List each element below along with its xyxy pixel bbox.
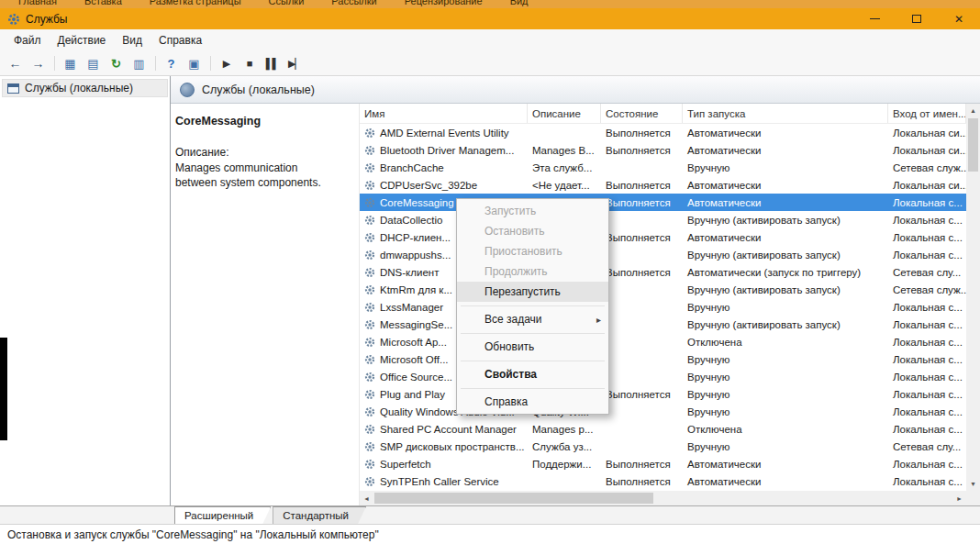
scroll-down-icon[interactable]: ▼ — [966, 477, 980, 491]
menubar-item[interactable]: Действие — [50, 31, 115, 50]
table-row[interactable]: Microsoft Off... Вручную Локальная с... — [360, 350, 966, 368]
column-header-startup-type[interactable]: Тип запуска — [683, 104, 888, 123]
context-menu-item-label: Свойства — [484, 368, 537, 381]
background-ribbon-tab[interactable]: Ссылки — [269, 0, 305, 7]
table-row[interactable]: Microsoft Ap... Отключена Локальная с... — [360, 333, 966, 350]
services-console-window: ГлавнаяВставкаРазметка страницыСсылкиРас… — [0, 0, 980, 544]
vertical-scrollbar[interactable]: ▲ ▼ — [966, 104, 980, 491]
scroll-left-icon[interactable]: ◄ — [360, 492, 373, 505]
service-startup-type-cell: Вручную (активировать запуск) — [683, 281, 888, 298]
context-menu-item-restart[interactable]: Перезапустить ▸ — [457, 282, 608, 302]
service-name-text: LxssManager — [380, 302, 443, 313]
service-logon-as-cell: Локальная с... — [888, 350, 966, 368]
menubar-item[interactable]: Вид — [114, 31, 150, 50]
background-ribbon-tab[interactable]: Вид — [510, 0, 529, 7]
table-row[interactable]: DHCP-клиен... Выполняется Автоматически … — [360, 228, 966, 246]
export-list-button[interactable]: ▥ — [128, 53, 150, 73]
restart-service-button[interactable]: ▶▏ — [284, 53, 306, 73]
table-row[interactable]: DataCollectio Вручную (активировать запу… — [360, 211, 966, 228]
context-menu-item-all-tasks[interactable]: Все задачи ▸ — [457, 309, 608, 329]
tree-item-services-local[interactable]: Службы (локальные) — [2, 79, 168, 97]
table-row[interactable]: MessagingSe... Вручную (активировать зап… — [360, 316, 966, 333]
context-menu-separator[interactable]: ▸ — [457, 384, 608, 392]
column-header-status[interactable]: Состояние — [601, 104, 683, 123]
context-menu-item-continue[interactable]: Продолжить ▸ — [457, 261, 608, 282]
background-ribbon-tab[interactable]: Рецензирование — [405, 0, 483, 7]
service-startup-type-cell: Вручную — [683, 385, 888, 403]
menubar-item[interactable]: Справка — [150, 31, 210, 50]
service-startup-type-cell: Автоматически — [683, 228, 888, 246]
column-header-name[interactable]: Имя — [360, 104, 528, 123]
table-row[interactable]: dmwappushs... Вручную (активировать запу… — [360, 246, 966, 263]
background-ribbon-tab[interactable]: Разметка страницы — [150, 0, 241, 7]
context-menu-item-refresh[interactable]: Обновить ▸ — [457, 337, 608, 357]
stop-service-button[interactable]: ■ — [239, 53, 260, 73]
standard-view-button[interactable]: ▣ — [184, 53, 205, 73]
service-logon-as-cell: Локальная с... — [888, 403, 966, 420]
scroll-right-icon[interactable]: ► — [952, 492, 966, 505]
context-menu-item-stop[interactable]: Остановить ▸ — [457, 221, 608, 241]
maximize-button[interactable] — [896, 8, 938, 29]
table-row[interactable]: Plug and Play Выполняется Вручную Локаль… — [360, 385, 966, 403]
refresh-button[interactable]: ↻ — [106, 53, 127, 73]
service-name-text: DNS-клиент — [380, 267, 439, 278]
forward-button[interactable]: → — [28, 53, 49, 73]
back-button[interactable]: ← — [5, 53, 26, 73]
service-gear-icon — [364, 319, 375, 330]
table-row[interactable]: DNS-клиент Выполняется Автоматически (за… — [360, 263, 966, 281]
properties-button[interactable]: ▤ — [83, 53, 104, 73]
context-menu-separator[interactable]: ▸ — [457, 302, 608, 309]
show-console-tree-button[interactable]: ▦ — [60, 53, 81, 73]
column-header-description[interactable]: Описание — [528, 104, 601, 123]
start-service-button[interactable]: ▶ — [216, 53, 237, 73]
horizontal-scroll-thumb[interactable] — [374, 493, 653, 504]
service-logon-as-cell: Локальная с... — [888, 333, 966, 350]
vertical-scroll-thumb[interactable] — [968, 118, 978, 172]
table-row[interactable]: Office Source... Вручную Локальная с... — [360, 368, 966, 385]
table-row[interactable]: KtmRm для к... Вручную (активировать зап… — [360, 281, 966, 298]
service-status-cell — [601, 316, 683, 333]
table-row[interactable]: CoreMessaging Выполняется Автоматически … — [360, 194, 966, 211]
table-row[interactable]: CDPUserSvc_392be <Не удает... Выполняетс… — [360, 176, 966, 194]
pause-service-button[interactable]: ▌▌ — [262, 53, 283, 73]
context-menu-item-properties[interactable]: Свойства ▸ — [457, 364, 608, 384]
titlebar: Службы ✕ — [0, 8, 980, 29]
table-row[interactable]: Quality Windows Audio Vid... Quality Wi.… — [360, 403, 966, 420]
background-ribbon-tab[interactable]: Рассылки — [331, 0, 376, 7]
service-status-cell — [601, 438, 683, 455]
scroll-up-icon[interactable]: ▲ — [966, 104, 980, 117]
table-row[interactable]: LxssManager Вручную Локальная с... — [360, 298, 966, 316]
service-gear-icon — [364, 424, 375, 435]
table-row[interactable]: Bluetooth Driver Managem... Manages B...… — [360, 141, 966, 159]
table-row[interactable]: SynTPEnh Caller Service Выполняется Авто… — [360, 472, 966, 490]
table-row[interactable]: Superfetch Поддержи... Выполняется Автом… — [360, 455, 966, 472]
menubar-item[interactable]: Файл — [6, 31, 50, 50]
table-row[interactable]: BranchCache Эта служб... Вручную Сетевая… — [360, 159, 966, 176]
close-button[interactable]: ✕ — [938, 8, 980, 29]
context-menu-item-pause[interactable]: Приостановить ▸ — [457, 241, 608, 261]
service-name-text: Office Source... — [380, 372, 452, 383]
background-ribbon-tab[interactable]: Главная — [18, 0, 57, 7]
service-startup-type-cell: Вручную — [683, 403, 888, 420]
context-menu-separator[interactable]: ▸ — [457, 357, 608, 364]
horizontal-scrollbar[interactable]: ◄ ► — [360, 491, 966, 505]
table-row[interactable]: SMP дисковых пространств... Служба уз...… — [360, 438, 966, 455]
table-row[interactable]: AMD External Events Utility Выполняется … — [360, 124, 966, 141]
background-ribbon-tab[interactable]: Вставка — [84, 0, 122, 7]
context-menu-item-start[interactable]: Запустить ▸ — [457, 201, 608, 221]
scrollbar-corner — [966, 491, 980, 505]
service-status-cell: Выполняется — [601, 385, 683, 403]
service-name-cell: SMP дисковых пространств... — [360, 438, 528, 455]
tab-standard[interactable]: Стандартный — [273, 506, 366, 524]
minimize-button[interactable] — [853, 8, 896, 29]
table-row[interactable]: Shared PC Account Manager Manages p... О… — [360, 420, 966, 438]
column-header-logon-as[interactable]: Вход от имен... — [888, 104, 966, 123]
service-startup-type-cell: Вручную (активировать запуск) — [683, 211, 888, 228]
help-button[interactable]: ? — [161, 53, 182, 73]
service-gear-icon — [364, 406, 375, 417]
service-name-text: Superfetch — [380, 459, 431, 470]
tab-extended[interactable]: Расширенный — [174, 506, 271, 524]
context-menu-item-help[interactable]: Справка ▸ — [457, 392, 608, 412]
context-menu-separator[interactable]: ▸ — [457, 329, 608, 337]
service-name-text: AMD External Events Utility — [380, 128, 509, 139]
